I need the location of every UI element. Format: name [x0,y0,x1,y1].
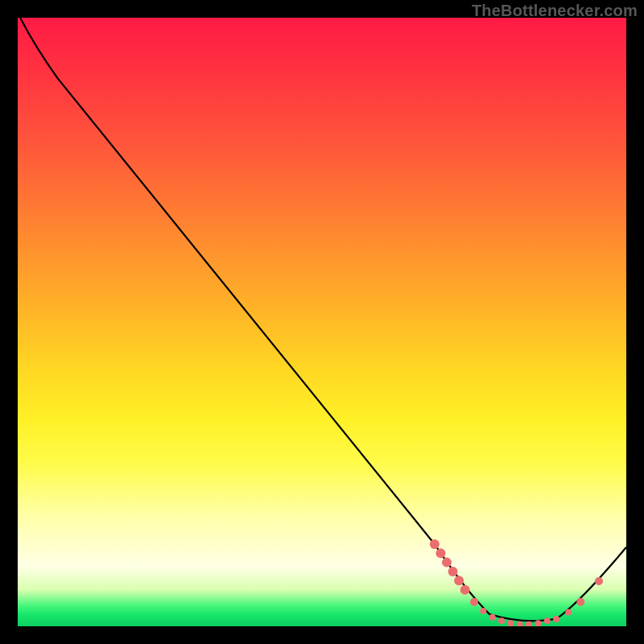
data-marker [565,609,572,616]
data-marker [454,576,464,585]
data-marker [576,598,584,606]
data-marker [460,585,470,595]
data-marker [498,617,505,624]
chart-plot-area [18,18,626,626]
data-marker [544,617,551,624]
data-marker [470,598,478,606]
bottleneck-curve [20,18,626,621]
data-markers [430,539,603,626]
data-marker [430,539,440,549]
data-marker [595,577,603,585]
data-marker [517,621,523,626]
data-marker [436,548,445,558]
attribution-text: TheBottlenecker.com [472,2,638,20]
chart-frame: TheBottlenecker.com [0,0,644,644]
data-marker [535,620,541,626]
data-marker [507,620,514,626]
data-marker [553,616,559,622]
data-marker [480,608,486,614]
data-marker [442,558,452,568]
data-marker [526,621,532,626]
data-marker [448,567,458,576]
data-marker [489,614,496,621]
